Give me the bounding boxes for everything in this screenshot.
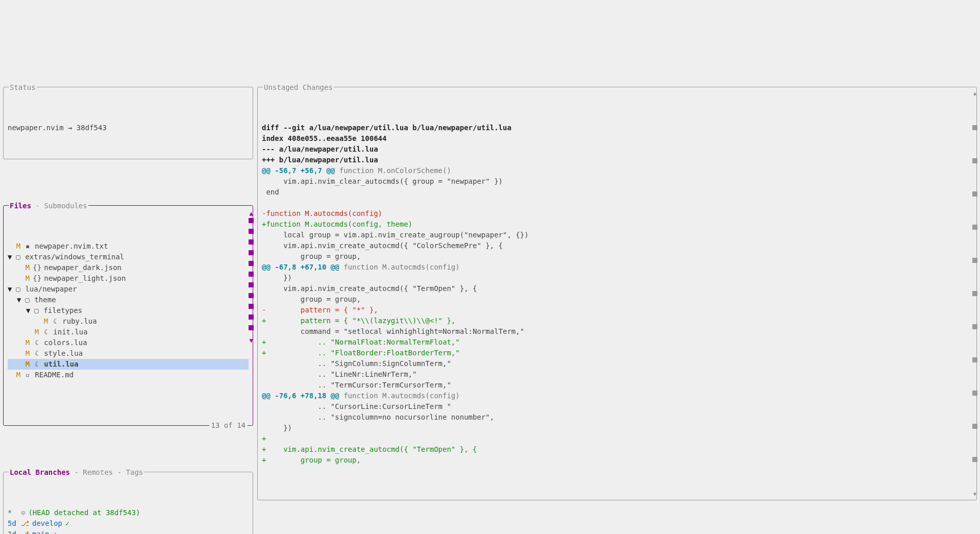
diff-line[interactable]: }) xyxy=(262,273,969,283)
diff-line[interactable]: -function M.autocmds(config) xyxy=(262,208,969,219)
branch-icon: ⎇ xyxy=(21,519,29,527)
diff-line[interactable]: }) xyxy=(262,423,969,433)
file-name: ruby.lua xyxy=(62,316,96,327)
file-row[interactable]: ▼▢lua/newpaper xyxy=(8,284,249,295)
diff-line[interactable]: group = group, xyxy=(262,294,969,305)
file-name: README.md xyxy=(35,370,74,380)
file-name: newpaper.nvim.txt xyxy=(35,241,108,252)
file-status: M xyxy=(17,348,30,359)
file-name: lua/newpaper xyxy=(25,284,77,295)
branch-name: develop xyxy=(32,518,62,529)
expand-arrow-icon[interactable]: ▼ xyxy=(26,305,30,316)
file-row[interactable]: M{}newpaper_dark.json xyxy=(8,262,249,273)
file-status: M xyxy=(17,273,30,284)
branch-name: main xyxy=(32,529,50,534)
lua-icon: ☾ xyxy=(35,360,39,368)
diff-line[interactable]: + .. "FloatBorder:FloatBorderTerm," xyxy=(262,348,969,358)
file-name: theme xyxy=(34,295,56,305)
file-row[interactable]: M{}newpaper_light.json xyxy=(8,273,249,284)
diff-line[interactable]: @@ -76,6 +78,18 @@ function M.autocmds(c… xyxy=(262,391,969,401)
expand-arrow-icon[interactable]: ▼ xyxy=(17,295,21,305)
diff-line[interactable]: .. "signcolumn=no nocursorline nonumber"… xyxy=(262,412,969,423)
diff-line[interactable]: - pattern = { "*" }, xyxy=(262,305,969,315)
diff-line[interactable]: .. "SignColumn:SignColumnTerm," xyxy=(262,358,969,369)
file-row[interactable]: ▼▢extras/windows_terminal xyxy=(8,252,249,262)
diff-line[interactable]: @@ -56,7 +56,7 @@ function M.onColorSche… xyxy=(262,165,969,176)
diff-line[interactable]: + pattern = { "*\\(lazygit\\)\\@<!" }, xyxy=(262,315,969,326)
diff-line[interactable]: vim.api.nvim_create_autocmd({ "TermOpen"… xyxy=(262,283,969,294)
folder-icon: ▢ xyxy=(25,296,29,304)
file-row[interactable]: M☾init.lua xyxy=(8,327,249,337)
file-name: newpaper_dark.json xyxy=(44,262,121,273)
file-icon: ▪ xyxy=(26,242,30,250)
lua-icon: ☾ xyxy=(35,349,39,357)
file-row[interactable]: M▪newpaper.nvim.txt xyxy=(8,241,249,252)
file-name: util.lua xyxy=(44,359,78,370)
file-row[interactable]: M☾util.lua xyxy=(8,359,249,370)
diff-title: Unstaged Changes xyxy=(263,82,334,93)
files-title: Files - Submodules xyxy=(9,201,88,211)
diff-line[interactable]: + group = group, xyxy=(262,455,969,466)
branch-row[interactable]: 5d⎇develop ✓ xyxy=(8,518,249,529)
file-name: style.lua xyxy=(44,348,83,359)
diff-line[interactable]: end xyxy=(262,187,969,198)
diff-line[interactable]: +++ b/lua/newpaper/util.lua xyxy=(262,155,969,165)
expand-arrow-icon[interactable]: ▼ xyxy=(8,252,12,262)
branch-check-icon: ✓ xyxy=(65,518,69,529)
diff-line[interactable]: command = "setlocal winhighlight=Normal:… xyxy=(262,326,969,337)
file-name: extras/windows_terminal xyxy=(25,252,124,262)
diff-line[interactable]: --- a/lua/newpaper/util.lua xyxy=(262,144,969,155)
diff-line[interactable]: + xyxy=(262,433,969,444)
diff-line[interactable]: + vim.api.nvim_create_autocmd({ "TermOpe… xyxy=(262,444,969,455)
expand-arrow-icon[interactable]: ▼ xyxy=(8,284,12,295)
diff-line[interactable]: .. "LineNr:LineNrTerm," xyxy=(262,369,969,380)
branches-panel[interactable]: Local Branches - Remotes - Tags *⊙(HEAD … xyxy=(3,472,253,534)
branch-row[interactable]: *⊙(HEAD detached at 38df543) xyxy=(8,507,249,518)
file-row[interactable]: M▫README.md xyxy=(8,370,249,380)
diff-line[interactable]: + .. "NormalFloat:NormalTermFloat," xyxy=(262,337,969,348)
branch-age: * xyxy=(8,507,18,518)
diff-line[interactable]: vim.api.nvim_create_autocmd({ "ColorSche… xyxy=(262,240,969,251)
file-status: M xyxy=(17,262,30,273)
diff-line[interactable] xyxy=(262,198,969,208)
file-status: M xyxy=(35,316,48,327)
status-title: Status xyxy=(9,82,37,93)
folder-icon: ▢ xyxy=(16,253,20,261)
folder-icon: ▢ xyxy=(16,285,20,293)
branch-check-icon: ✓ xyxy=(53,529,57,534)
file-row[interactable]: M☾colors.lua xyxy=(8,337,249,348)
diff-panel[interactable]: Unstaged Changes diff --git a/lua/newpap… xyxy=(257,87,977,500)
file-row[interactable]: ▼▢filetypes xyxy=(8,305,249,316)
file-name: newpaper_light.json xyxy=(44,273,126,284)
file-status: M xyxy=(8,370,20,380)
diff-line[interactable]: diff --git a/lua/newpaper/util.lua b/lua… xyxy=(262,123,969,133)
diff-line[interactable]: .. "TermCursor:TermCursorTerm," xyxy=(262,380,969,391)
lua-icon: ☾ xyxy=(44,328,48,336)
files-panel[interactable]: Files - Submodules M▪newpaper.nvim.txt▼▢… xyxy=(3,205,253,426)
diff-line[interactable]: group = group, xyxy=(262,251,969,262)
commit-icon: ⊙ xyxy=(21,508,25,517)
diff-line[interactable]: local group = vim.api.nvim_create_augrou… xyxy=(262,230,969,240)
markdown-icon: ▫ xyxy=(26,371,30,379)
folder-icon: ▢ xyxy=(34,306,38,314)
status-panel[interactable]: Status newpaper.nvim → 38df543 xyxy=(3,87,253,159)
status-text: newpaper.nvim → 38df543 xyxy=(8,119,249,135)
file-row[interactable]: M☾ruby.lua xyxy=(8,316,249,327)
files-scrollbar[interactable]: ▲ ▼ xyxy=(249,209,254,422)
files-counter: 13 of 14 xyxy=(209,420,248,431)
branch-age: 1d xyxy=(8,529,18,534)
diff-line[interactable]: index 408e055..eeaa55e 100644 xyxy=(262,133,969,144)
diff-line[interactable]: .. "CursorLine:CursorLineTerm " xyxy=(262,401,969,412)
file-name: filetypes xyxy=(43,305,82,316)
lua-icon: ☾ xyxy=(35,338,39,347)
file-row[interactable]: ▼▢theme xyxy=(8,295,249,305)
file-status: M xyxy=(17,337,30,348)
file-status: M xyxy=(17,359,30,370)
diff-line[interactable]: vim.api.nvim_clear_autocmds({ group = "n… xyxy=(262,176,969,187)
json-icon: {} xyxy=(33,274,41,282)
branch-row[interactable]: 1d⎇main ✓ xyxy=(8,529,249,534)
diff-line[interactable]: +function M.autocmds(config, theme) xyxy=(262,219,969,230)
file-row[interactable]: M☾style.lua xyxy=(8,348,249,359)
diff-line[interactable]: @@ -67,8 +67,10 @@ function M.autocmds(c… xyxy=(262,262,969,273)
diff-scrollbar[interactable]: ▲ ▼ xyxy=(972,89,977,498)
